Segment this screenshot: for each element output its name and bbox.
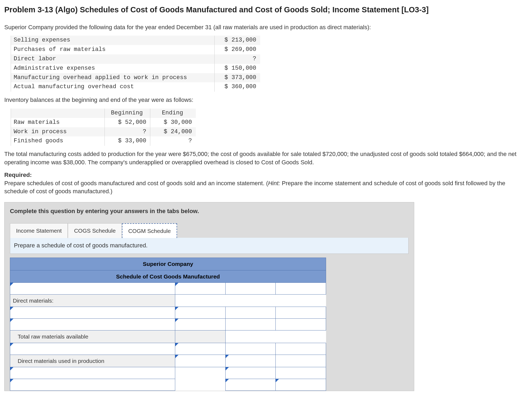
worksheet-amount-cell[interactable] <box>225 283 276 294</box>
data-row-value: $ 373,000 <box>215 73 260 83</box>
worksheet-empty-cell <box>175 294 226 307</box>
inventory-header: Beginning <box>105 109 150 118</box>
answer-tabs: Income Statement COGS Schedule COGM Sche… <box>10 223 409 238</box>
inventory-intro: Inventory balances at the beginning and … <box>4 96 523 104</box>
inventory-row-label: Work in process <box>11 127 105 137</box>
inventory-header <box>11 109 105 118</box>
worksheet-amount-input[interactable] <box>225 367 276 379</box>
data-row-value: $ 360,000 <box>215 82 260 92</box>
inventory-row-label: Finished goods <box>11 136 105 146</box>
required-text-1: Prepare schedules of cost of goods manuf… <box>4 180 268 187</box>
data-row-label: Administrative expenses <box>11 64 215 73</box>
inventory-table: BeginningEndingRaw materials$ 52,000$ 30… <box>11 109 196 146</box>
worksheet-label-input[interactable] <box>10 283 175 294</box>
worksheet-label: Direct materials used in production <box>10 355 175 367</box>
worksheet-amount-input[interactable] <box>175 343 226 355</box>
worksheet-amount-input[interactable] <box>225 379 276 391</box>
inventory-row-label: Raw materials <box>11 118 105 127</box>
inventory-beg: ? <box>105 127 150 137</box>
inventory-end: $ 24,000 <box>150 127 196 137</box>
data-row-label: Purchases of raw materials <box>11 45 215 54</box>
worksheet-label-input[interactable] <box>10 379 175 391</box>
active-tab-pane: Prepare a schedule of cost of goods manu… <box>10 238 409 254</box>
tab-cogs-schedule[interactable]: COGS Schedule <box>68 223 122 238</box>
data-row-value: ? <box>215 54 260 64</box>
worksheet-label: Direct materials: <box>10 294 175 307</box>
grid-title-header: Schedule of Cost Goods Manufactured <box>10 270 326 283</box>
worksheet-amount-cell[interactable] <box>276 283 326 294</box>
worksheet-amount-input[interactable] <box>175 355 226 367</box>
worksheet-amount-cell[interactable] <box>276 319 326 330</box>
given-data-table: Selling expenses$ 213,000Purchases of ra… <box>11 36 260 92</box>
worksheet-amount-input[interactable] <box>175 307 226 319</box>
worksheet-empty-cell <box>225 294 276 307</box>
worksheet-empty-cell <box>175 379 226 391</box>
worksheet-amount-input[interactable] <box>175 319 226 330</box>
worksheet-empty-cell <box>276 294 326 307</box>
worksheet-amount-cell[interactable] <box>225 343 276 355</box>
inventory-beg: $ 33,000 <box>105 136 150 146</box>
answer-box: Complete this question by entering your … <box>4 202 414 391</box>
worksheet-amount-input[interactable] <box>276 379 326 391</box>
problem-title: Problem 3-13 (Algo) Schedules of Cost of… <box>4 4 523 15</box>
worksheet-label-input[interactable] <box>10 307 175 319</box>
worksheet-amount-input[interactable] <box>225 355 276 367</box>
required-label: Required: <box>4 172 32 178</box>
narrative-paragraph: The total manufacturing costs added to p… <box>4 150 523 167</box>
worksheet-amount-cell[interactable] <box>276 307 326 319</box>
worksheet-label-input[interactable] <box>10 343 175 355</box>
tab-income-statement[interactable]: Income Statement <box>10 223 68 238</box>
data-row-label: Actual manufacturing overhead cost <box>11 82 215 92</box>
worksheet-empty-cell <box>276 330 326 343</box>
worksheet-amount-cell[interactable] <box>276 355 326 367</box>
answer-instructions: Complete this question by entering your … <box>10 207 409 215</box>
data-row-value: $ 150,000 <box>215 64 260 73</box>
worksheet-amount-input[interactable] <box>175 283 226 294</box>
worksheet-label-input[interactable] <box>10 319 175 330</box>
worksheet-amount-cell[interactable] <box>276 343 326 355</box>
data-row-label: Direct labor <box>11 54 215 64</box>
required-section: Required: Prepare schedules of cost of g… <box>4 171 523 196</box>
inventory-end: ? <box>150 136 196 146</box>
tab-prompt: Prepare a schedule of cost of goods manu… <box>14 242 148 249</box>
data-row-label: Manufacturing overhead applied to work i… <box>11 73 215 83</box>
worksheet-amount-cell[interactable] <box>225 319 276 330</box>
tab-cogm-schedule[interactable]: COGM Schedule <box>122 223 177 238</box>
worksheet-label-input[interactable] <box>10 367 175 379</box>
data-row-label: Selling expenses <box>11 36 215 45</box>
inventory-header: Ending <box>150 109 196 118</box>
grid-company-header: Superior Company <box>10 258 326 270</box>
worksheet-amount-cell[interactable] <box>225 307 276 319</box>
cogm-worksheet: Superior Company Schedule of Cost Goods … <box>10 258 326 391</box>
worksheet-empty-cell <box>225 330 276 343</box>
worksheet-amount-cell[interactable] <box>276 367 326 379</box>
hint-label: Hint: <box>268 180 280 187</box>
worksheet-amount-readonly <box>175 330 226 343</box>
inventory-end: $ 30,000 <box>150 118 196 127</box>
worksheet-empty-cell <box>175 367 226 379</box>
inventory-beg: $ 52,000 <box>105 118 150 127</box>
intro-text: Superior Company provided the following … <box>4 23 523 32</box>
data-row-value: $ 269,000 <box>215 45 260 54</box>
worksheet-label: Total raw materials available <box>10 330 175 343</box>
data-row-value: $ 213,000 <box>215 36 260 45</box>
